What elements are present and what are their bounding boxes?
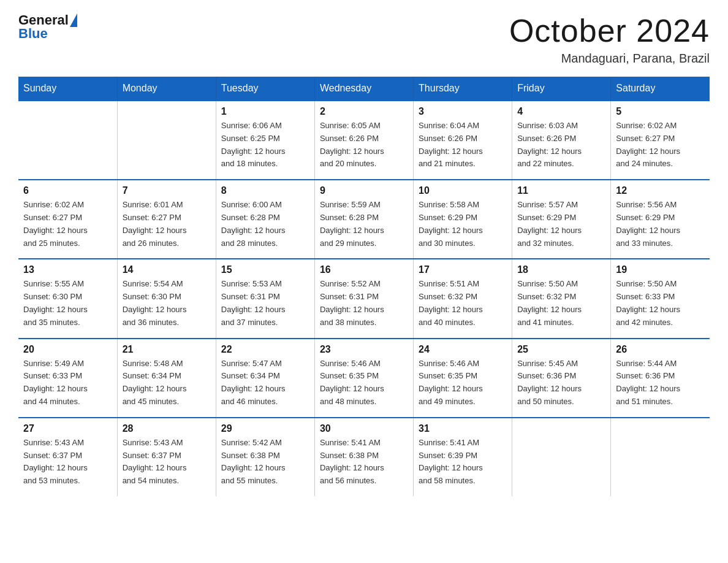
week-row-5: 27Sunrise: 5:43 AMSunset: 6:37 PMDayligh… [18, 418, 710, 496]
day-number: 6 [23, 185, 112, 196]
calendar-subtitle: Mandaguari, Parana, Brazil [509, 52, 710, 66]
logo-text: General Blue [18, 12, 77, 42]
day-info: Sunrise: 5:49 AMSunset: 6:33 PMDaylight:… [23, 358, 112, 408]
header-cell-wednesday: Wednesday [314, 77, 413, 101]
week-row-3: 13Sunrise: 5:55 AMSunset: 6:30 PMDayligh… [18, 259, 710, 338]
day-number: 14 [123, 264, 211, 275]
day-info: Sunrise: 5:44 AMSunset: 6:36 PMDaylight:… [616, 358, 705, 408]
day-cell: 19Sunrise: 5:50 AMSunset: 6:33 PMDayligh… [611, 259, 710, 338]
day-number: 13 [23, 264, 112, 275]
day-cell: 26Sunrise: 5:44 AMSunset: 6:36 PMDayligh… [611, 339, 710, 418]
day-cell: 30Sunrise: 5:41 AMSunset: 6:38 PMDayligh… [314, 418, 413, 496]
day-cell: 4Sunrise: 6:03 AMSunset: 6:26 PMDaylight… [512, 101, 611, 180]
day-cell [611, 418, 710, 496]
day-number: 21 [123, 344, 211, 355]
day-number: 5 [616, 106, 705, 117]
day-number: 4 [517, 106, 605, 117]
day-cell: 10Sunrise: 5:58 AMSunset: 6:29 PMDayligh… [414, 180, 512, 259]
day-number: 15 [221, 264, 309, 275]
day-info: Sunrise: 6:04 AMSunset: 6:26 PMDaylight:… [419, 120, 507, 170]
day-number: 28 [123, 423, 211, 434]
day-cell: 13Sunrise: 5:55 AMSunset: 6:30 PMDayligh… [18, 259, 117, 338]
day-number: 17 [419, 264, 507, 275]
day-cell: 28Sunrise: 5:43 AMSunset: 6:37 PMDayligh… [117, 418, 216, 496]
header-cell-tuesday: Tuesday [216, 77, 314, 101]
day-number: 3 [419, 106, 507, 117]
day-info: Sunrise: 5:48 AMSunset: 6:34 PMDaylight:… [123, 358, 211, 408]
day-cell: 17Sunrise: 5:51 AMSunset: 6:32 PMDayligh… [414, 259, 512, 338]
calendar-table: SundayMondayTuesdayWednesdayThursdayFrid… [18, 77, 710, 496]
day-cell: 16Sunrise: 5:52 AMSunset: 6:31 PMDayligh… [314, 259, 413, 338]
day-info: Sunrise: 6:02 AMSunset: 6:27 PMDaylight:… [616, 120, 705, 170]
day-number: 30 [320, 423, 408, 434]
day-info: Sunrise: 5:57 AMSunset: 6:29 PMDaylight:… [517, 199, 605, 250]
day-cell: 20Sunrise: 5:49 AMSunset: 6:33 PMDayligh… [18, 339, 117, 418]
day-number: 10 [419, 185, 507, 196]
day-number: 1 [221, 106, 309, 117]
day-cell: 6Sunrise: 6:02 AMSunset: 6:27 PMDaylight… [18, 180, 117, 259]
header-cell-sunday: Sunday [18, 77, 117, 101]
day-info: Sunrise: 5:59 AMSunset: 6:28 PMDaylight:… [320, 199, 408, 250]
day-info: Sunrise: 6:02 AMSunset: 6:27 PMDaylight:… [23, 199, 112, 250]
day-cell: 14Sunrise: 5:54 AMSunset: 6:30 PMDayligh… [117, 259, 216, 338]
day-cell: 21Sunrise: 5:48 AMSunset: 6:34 PMDayligh… [117, 339, 216, 418]
day-number: 16 [320, 264, 408, 275]
day-number: 22 [221, 344, 309, 355]
day-number: 25 [517, 344, 605, 355]
day-number: 7 [123, 185, 211, 196]
day-info: Sunrise: 5:50 AMSunset: 6:33 PMDaylight:… [616, 278, 705, 329]
day-info: Sunrise: 5:56 AMSunset: 6:29 PMDaylight:… [616, 199, 705, 250]
day-info: Sunrise: 5:45 AMSunset: 6:36 PMDaylight:… [517, 358, 605, 408]
day-info: Sunrise: 6:00 AMSunset: 6:28 PMDaylight:… [221, 199, 309, 250]
day-info: Sunrise: 6:06 AMSunset: 6:25 PMDaylight:… [221, 120, 309, 170]
day-cell: 7Sunrise: 6:01 AMSunset: 6:27 PMDaylight… [117, 180, 216, 259]
calendar-title: October 2024 [509, 12, 710, 49]
day-info: Sunrise: 5:52 AMSunset: 6:31 PMDaylight:… [320, 278, 408, 329]
day-cell: 23Sunrise: 5:46 AMSunset: 6:35 PMDayligh… [314, 339, 413, 418]
day-cell: 24Sunrise: 5:46 AMSunset: 6:35 PMDayligh… [414, 339, 512, 418]
day-number: 24 [419, 344, 507, 355]
day-cell [18, 101, 117, 180]
day-info: Sunrise: 5:46 AMSunset: 6:35 PMDaylight:… [320, 358, 408, 408]
day-number: 31 [419, 423, 507, 434]
day-number: 18 [517, 264, 605, 275]
day-number: 2 [320, 106, 408, 117]
header-cell-saturday: Saturday [611, 77, 710, 101]
title-block: October 2024 Mandaguari, Parana, Brazil [509, 12, 710, 66]
week-row-4: 20Sunrise: 5:49 AMSunset: 6:33 PMDayligh… [18, 339, 710, 418]
day-cell: 22Sunrise: 5:47 AMSunset: 6:34 PMDayligh… [216, 339, 314, 418]
day-cell: 2Sunrise: 6:05 AMSunset: 6:26 PMDaylight… [314, 101, 413, 180]
day-number: 29 [221, 423, 309, 434]
day-info: Sunrise: 5:50 AMSunset: 6:32 PMDaylight:… [517, 278, 605, 329]
day-cell: 15Sunrise: 5:53 AMSunset: 6:31 PMDayligh… [216, 259, 314, 338]
day-info: Sunrise: 5:41 AMSunset: 6:38 PMDaylight:… [320, 437, 408, 488]
day-number: 27 [23, 423, 112, 434]
day-number: 11 [517, 185, 605, 196]
day-info: Sunrise: 5:46 AMSunset: 6:35 PMDaylight:… [419, 358, 507, 408]
day-number: 9 [320, 185, 408, 196]
day-cell: 27Sunrise: 5:43 AMSunset: 6:37 PMDayligh… [18, 418, 117, 496]
day-cell: 29Sunrise: 5:42 AMSunset: 6:38 PMDayligh… [216, 418, 314, 496]
day-cell: 1Sunrise: 6:06 AMSunset: 6:25 PMDaylight… [216, 101, 314, 180]
day-cell: 25Sunrise: 5:45 AMSunset: 6:36 PMDayligh… [512, 339, 611, 418]
day-info: Sunrise: 5:43 AMSunset: 6:37 PMDaylight:… [123, 437, 211, 488]
calendar-header: SundayMondayTuesdayWednesdayThursdayFrid… [18, 77, 710, 101]
day-cell [512, 418, 611, 496]
day-info: Sunrise: 6:01 AMSunset: 6:27 PMDaylight:… [123, 199, 211, 250]
day-info: Sunrise: 5:47 AMSunset: 6:34 PMDaylight:… [221, 358, 309, 408]
day-info: Sunrise: 5:51 AMSunset: 6:32 PMDaylight:… [419, 278, 507, 329]
day-number: 20 [23, 344, 112, 355]
day-cell: 12Sunrise: 5:56 AMSunset: 6:29 PMDayligh… [611, 180, 710, 259]
day-info: Sunrise: 5:53 AMSunset: 6:31 PMDaylight:… [221, 278, 309, 329]
day-cell: 8Sunrise: 6:00 AMSunset: 6:28 PMDaylight… [216, 180, 314, 259]
page-header: General Blue October 2024 Mandaguari, Pa… [18, 12, 710, 66]
day-info: Sunrise: 5:54 AMSunset: 6:30 PMDaylight:… [123, 278, 211, 329]
week-row-1: 1Sunrise: 6:06 AMSunset: 6:25 PMDaylight… [18, 101, 710, 180]
day-info: Sunrise: 5:41 AMSunset: 6:39 PMDaylight:… [419, 437, 507, 488]
calendar-body: 1Sunrise: 6:06 AMSunset: 6:25 PMDaylight… [18, 101, 710, 496]
week-row-2: 6Sunrise: 6:02 AMSunset: 6:27 PMDaylight… [18, 180, 710, 259]
day-cell: 11Sunrise: 5:57 AMSunset: 6:29 PMDayligh… [512, 180, 611, 259]
day-info: Sunrise: 5:55 AMSunset: 6:30 PMDaylight:… [23, 278, 112, 329]
day-cell: 18Sunrise: 5:50 AMSunset: 6:32 PMDayligh… [512, 259, 611, 338]
day-number: 19 [616, 264, 705, 275]
